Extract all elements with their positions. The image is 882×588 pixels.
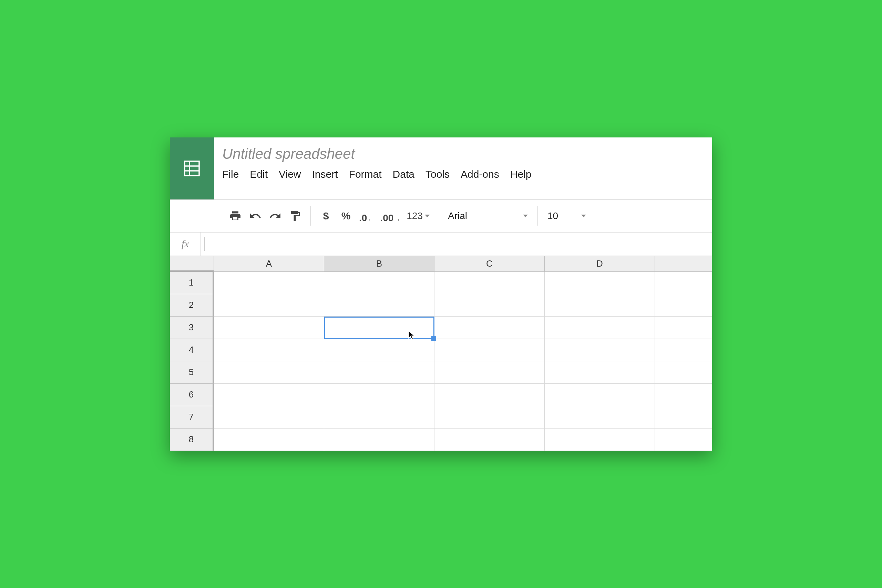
decrease-decimal-button[interactable]: .0 ← [359, 209, 374, 223]
menu-help[interactable]: Help [510, 168, 532, 180]
cell-b4[interactable] [324, 339, 435, 362]
cell-c5[interactable] [435, 362, 545, 384]
cell-d2[interactable] [545, 294, 655, 316]
row-header-7[interactable]: 7 [170, 406, 214, 429]
spreadsheet-window: Untitled spreadsheet File Edit View Inse… [170, 138, 712, 451]
formula-input[interactable] [205, 232, 712, 256]
cell-c7[interactable] [435, 406, 545, 429]
cell-a7[interactable] [214, 406, 324, 429]
toolbar-separator [310, 206, 311, 226]
select-all-corner[interactable] [170, 256, 214, 272]
cell-e4[interactable] [655, 339, 712, 362]
cell-c3[interactable] [435, 316, 545, 339]
grid-row: 4 [170, 339, 712, 362]
cell-e6[interactable] [655, 384, 712, 406]
menu-file[interactable]: File [222, 168, 239, 180]
undo-button[interactable] [248, 209, 262, 223]
cell-c6[interactable] [435, 384, 545, 406]
cell-a1[interactable] [214, 272, 324, 294]
format-currency-button[interactable]: $ [319, 209, 333, 223]
cell-b3[interactable] [324, 316, 435, 339]
cell-a5[interactable] [214, 362, 324, 384]
cell-b5[interactable] [324, 362, 435, 384]
menu-insert[interactable]: Insert [312, 168, 338, 180]
grid-row: 1 [170, 272, 712, 294]
increase-decimal-label: .00 [380, 213, 393, 223]
font-family-select[interactable]: Arial [440, 210, 536, 222]
cell-a4[interactable] [214, 339, 324, 362]
paint-format-button[interactable] [288, 209, 302, 223]
cell-c4[interactable] [435, 339, 545, 362]
menu-view[interactable]: View [279, 168, 301, 180]
cell-e2[interactable] [655, 294, 712, 316]
row-header-6[interactable]: 6 [170, 384, 214, 406]
cell-b2[interactable] [324, 294, 435, 316]
cell-e5[interactable] [655, 362, 712, 384]
grid-row: 2 [170, 294, 712, 316]
cell-b6[interactable] [324, 384, 435, 406]
font-size-select[interactable]: 10 [539, 210, 594, 222]
row-header-3[interactable]: 3 [170, 316, 214, 339]
column-header-overflow[interactable] [655, 256, 712, 272]
cell-b8[interactable] [324, 429, 435, 451]
cell-a3[interactable] [214, 316, 324, 339]
menu-tools[interactable]: Tools [426, 168, 450, 180]
column-header-a[interactable]: A [214, 256, 324, 272]
menu-edit[interactable]: Edit [250, 168, 268, 180]
column-header-d[interactable]: D [545, 256, 655, 272]
cell-d4[interactable] [545, 339, 655, 362]
grid-row: 3 [170, 316, 712, 339]
cell-a8[interactable] [214, 429, 324, 451]
menu-format[interactable]: Format [349, 168, 382, 180]
cell-e7[interactable] [655, 406, 712, 429]
cell-e8[interactable] [655, 429, 712, 451]
redo-button[interactable] [268, 209, 282, 223]
cell-b1[interactable] [324, 272, 435, 294]
paint-format-icon [289, 210, 302, 222]
toolbar-group-actions [222, 206, 309, 226]
svg-rect-0 [184, 161, 199, 176]
chevron-down-icon [425, 214, 430, 218]
row-header-8[interactable]: 8 [170, 429, 214, 451]
column-header-b[interactable]: B [324, 256, 435, 272]
cell-d8[interactable] [545, 429, 655, 451]
toolbar-separator [537, 206, 538, 226]
menu-addons[interactable]: Add-ons [460, 168, 499, 180]
cell-d5[interactable] [545, 362, 655, 384]
cell-d7[interactable] [545, 406, 655, 429]
cell-d3[interactable] [545, 316, 655, 339]
row-header-1[interactable]: 1 [170, 272, 214, 294]
row-header-4[interactable]: 4 [170, 339, 214, 362]
format-percent-button[interactable]: % [339, 209, 353, 223]
chevron-down-icon [523, 214, 528, 218]
grid-row: 5 [170, 362, 712, 384]
toolbar-group-number: $ % .0 ← .00 → 123 [312, 206, 436, 226]
cell-c1[interactable] [435, 272, 545, 294]
print-button[interactable] [228, 209, 242, 223]
increase-decimal-button[interactable]: .00 → [380, 209, 400, 223]
cell-a2[interactable] [214, 294, 324, 316]
cell-b7[interactable] [324, 406, 435, 429]
fx-label: fx [170, 232, 201, 256]
column-headers: A B C D [170, 256, 712, 272]
grid-row: 8 [170, 429, 712, 451]
app-logo[interactable] [170, 138, 214, 200]
row-header-5[interactable]: 5 [170, 362, 214, 384]
arrow-right-icon: → [394, 216, 400, 224]
cell-e1[interactable] [655, 272, 712, 294]
cell-d6[interactable] [545, 384, 655, 406]
cell-c2[interactable] [435, 294, 545, 316]
chevron-down-icon [581, 214, 586, 218]
more-formats-button[interactable]: 123 [406, 209, 430, 223]
menu-data[interactable]: Data [393, 168, 414, 180]
row-header-2[interactable]: 2 [170, 294, 214, 316]
cell-d1[interactable] [545, 272, 655, 294]
cell-a6[interactable] [214, 384, 324, 406]
cell-e3[interactable] [655, 316, 712, 339]
cell-c8[interactable] [435, 429, 545, 451]
print-icon [229, 210, 242, 222]
column-header-c[interactable]: C [435, 256, 545, 272]
menu-bar: File Edit View Insert Format Data Tools … [222, 168, 712, 187]
toolbar: $ % .0 ← .00 → 123 Arial 10 [170, 200, 712, 232]
document-title[interactable]: Untitled spreadsheet [222, 146, 712, 162]
